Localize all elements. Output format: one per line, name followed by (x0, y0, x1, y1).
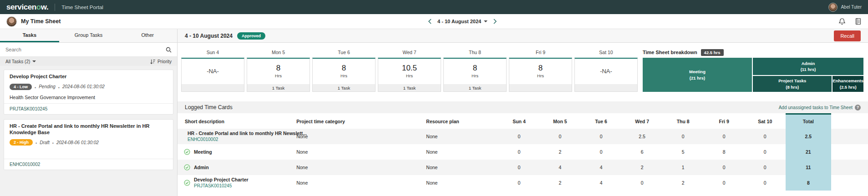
resource-plan: None (419, 129, 498, 144)
row-menu-button[interactable] (847, 166, 852, 168)
next-week-button[interactable] (492, 18, 498, 25)
hours-cell: 2 (540, 175, 581, 191)
task-filter-row: All Tasks (2) Priority (0, 57, 177, 66)
hours-cell: 0 (663, 129, 704, 144)
column-header: Thu 8 (663, 114, 704, 129)
page-avatar (6, 16, 17, 27)
day-summary-tue: Tue 6 8Hrs 1 Task (312, 47, 376, 92)
row-menu-button[interactable] (847, 151, 852, 153)
sidebar-tabs: Tasks Group Tasks Other (0, 29, 178, 42)
tasks-sidebar: All Tasks (2) Priority Develop Project C… (0, 43, 178, 196)
status-badge: Approved (237, 32, 265, 40)
check-circle-icon (184, 164, 190, 171)
priority-badge: 2 - High (10, 139, 33, 146)
recall-button[interactable]: Recall (834, 30, 861, 41)
notifications-button[interactable] (838, 18, 846, 25)
search-bar (0, 43, 177, 57)
resource-plan: None (419, 160, 498, 175)
date-navigation: 4 - 10 August 2024 (427, 18, 498, 25)
day-summary-fri: Fri 9 8Hrs (509, 47, 572, 92)
dot-separator (58, 83, 60, 91)
caret-down-icon (32, 60, 36, 64)
sort-control[interactable]: Priority (150, 59, 172, 65)
table-row: Meeting None None 0 2 0 6 5 8 (178, 144, 868, 160)
task-card[interactable]: HR - Create Portal and link to monthly H… (4, 119, 173, 171)
hours-cell: 0 (745, 160, 786, 175)
breakdown-treemap: Meeting(21 hrs) Admin(11 hrs) Project Ta… (643, 58, 863, 92)
total-cell: 2.5 (786, 129, 831, 144)
task-date: 2024-08-06 01:30:02 (62, 84, 105, 89)
task-project (10, 150, 168, 156)
table-row: HR - Create Portal and link to monthly H… (178, 129, 868, 144)
search-input[interactable] (5, 47, 166, 52)
user-menu[interactable]: Abel Tuter (828, 3, 862, 12)
task-title: HR - Create Portal and link to monthly H… (10, 123, 168, 136)
check-circle-icon (184, 149, 190, 155)
timecard-record-link[interactable]: PRJTASK0010245 (194, 183, 249, 188)
breakdown-title: Time Sheet breakdown (643, 50, 697, 55)
tab-other[interactable]: Other (118, 29, 177, 42)
time-cards-table: Short description Project time category … (178, 113, 868, 191)
resource-plan: None (419, 175, 498, 191)
timecard-record-link[interactable]: ENHC0010002 (188, 137, 307, 142)
task-title: Develop Project Charter (10, 74, 168, 80)
task-state: Draft (40, 140, 50, 145)
date-range-dropdown[interactable]: 4 - 10 August 2024 (437, 19, 487, 24)
user-avatar (828, 3, 838, 12)
hours-cell: 0 (498, 129, 539, 144)
timecard-description: Admin (194, 165, 209, 170)
notes-button[interactable] (855, 18, 862, 25)
column-header-actions (831, 114, 868, 129)
hours-cell: 4 (581, 175, 622, 191)
project-time-category: None (289, 144, 419, 160)
app-title: Time Sheet Portal (61, 5, 103, 10)
column-header: Mon 5 (540, 114, 581, 129)
hours-cell: 2.5 (622, 129, 663, 144)
treemap-block-meeting[interactable]: Meeting(21 hrs) (643, 58, 752, 92)
hours-cell: 0 (498, 175, 539, 191)
task-card[interactable]: Develop Project Charter 4 - Low Pending … (4, 70, 173, 115)
time-cards-titlebar: Logged Time Cards Add unassigned tasks t… (178, 101, 868, 113)
page-header-bar: My Time Sheet 4 - 10 August 2024 (0, 14, 868, 29)
dot-separator (52, 138, 54, 146)
hours-cell: 0 (745, 144, 786, 160)
hours-cell: 4 (540, 160, 581, 175)
journal-icon (855, 18, 862, 25)
treemap-block-project-tasks[interactable]: Project Tasks(8 hrs) (753, 76, 832, 92)
hours-cell: 5 (663, 144, 704, 160)
hours-cell: 2 (622, 160, 663, 175)
table-header-row: Short description Project time category … (178, 114, 868, 129)
timecard-description: HR - Create Portal and link to monthly H… (188, 131, 307, 136)
day-summary-wed: Wed 7 10.5Hrs 1 Task (378, 47, 441, 92)
bell-icon (838, 18, 846, 25)
table-row: Develop Project Charter PRJTASK0010245 N… (178, 175, 868, 191)
treemap-block-admin[interactable]: Admin(11 hrs) (753, 58, 863, 75)
priority-badge: 4 - Low (10, 84, 32, 90)
treemap-block-enhancements[interactable]: Enhancements(2.5 hrs) (832, 76, 863, 92)
timesheet-main: Sun 4 -NA- Mon 5 8Hrs 1 Task Tue 6 8Hrs … (178, 43, 868, 196)
tab-tasks[interactable]: Tasks (0, 29, 59, 42)
task-date: 2024-08-06 01:30:02 (56, 140, 99, 145)
tab-group-tasks[interactable]: Group Tasks (59, 29, 118, 42)
task-state: Pending (39, 84, 56, 89)
task-number-link[interactable]: ENHC0010002 (4, 159, 173, 170)
row-menu-button[interactable] (847, 182, 852, 184)
check-circle-icon (184, 180, 190, 186)
top-header-bar: servicenow. Time Sheet Portal Abel Tuter (0, 0, 868, 14)
row-menu-button[interactable] (847, 136, 852, 137)
table-row: Admin None None 0 4 4 2 1 0 (178, 160, 868, 175)
task-filter-dropdown[interactable]: All Tasks (2) (5, 59, 36, 64)
hours-cell: 0 (745, 175, 786, 191)
hours-cell: 4 (581, 160, 622, 175)
week-status-bar: 4 - 10 August 2024 Approved Recall (178, 29, 868, 42)
help-icon[interactable]: ? (855, 105, 861, 111)
task-number-link[interactable]: PRJTASK0010245 (4, 103, 173, 114)
total-cell: 21 (786, 144, 831, 160)
project-time-category: None (289, 160, 419, 175)
previous-week-button[interactable] (427, 18, 433, 25)
add-unassigned-tasks-link[interactable]: Add unassigned tasks to Time Sheet ? (779, 105, 861, 111)
resource-plan: None (419, 144, 498, 160)
hours-cell: 0 (498, 144, 539, 160)
column-header: Wed 7 (622, 114, 663, 129)
caret-down-icon (484, 20, 487, 24)
